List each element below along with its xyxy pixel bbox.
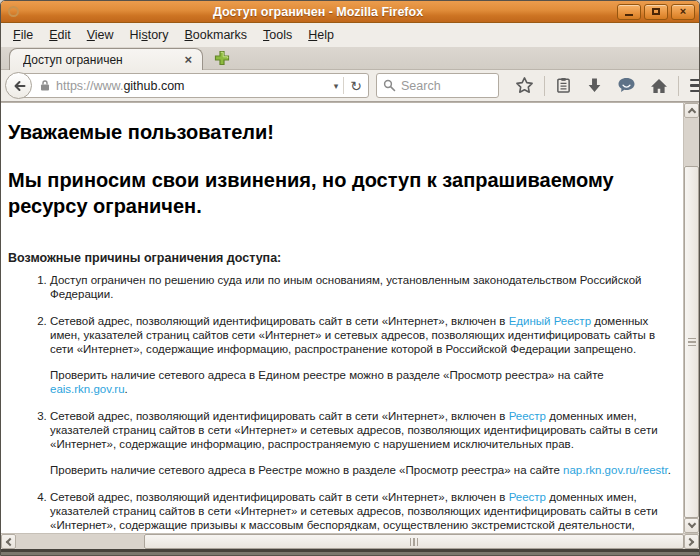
navigation-toolbar: https://www.github.com ▾ ↻ Search <box>1 70 699 102</box>
reason-item: Сетевой адрес, позволяющий идентифициров… <box>50 409 677 477</box>
reason-note: Проверить наличие сетевого адреса в Един… <box>50 368 677 396</box>
scroll-up-button[interactable] <box>684 103 699 118</box>
chat-bubble-icon <box>617 77 636 94</box>
menu-hamburger-button[interactable] <box>682 79 700 93</box>
window-menu-icon[interactable] <box>8 6 19 17</box>
hello-button[interactable] <box>610 77 643 94</box>
url-dropdown-icon[interactable]: ▾ <box>329 81 344 91</box>
search-placeholder: Search <box>401 79 441 93</box>
search-input[interactable]: Search <box>376 73 499 98</box>
nap-rkn-link[interactable]: nap.rkn.gov.ru/reestr <box>563 464 668 476</box>
reason-item: Доступ ограничен по решению суда или по … <box>50 273 677 301</box>
reason-text: Доступ ограничен по решению суда или по … <box>50 273 677 301</box>
reestr-link-2[interactable]: Реестр <box>509 491 546 503</box>
downloads-button[interactable] <box>579 77 610 94</box>
close-button[interactable]: × <box>671 4 695 20</box>
url-text[interactable]: https://www.github.com <box>56 79 329 93</box>
reasons-list: Доступ ограничен по решению суда или по … <box>8 273 677 533</box>
page-subheading: Мы приносим свои извинения, но доступ к … <box>8 167 680 219</box>
reasons-title: Возможные причины ограничения доступа: <box>8 251 677 265</box>
reason-item: Сетевой адрес, позволяющий идентифициров… <box>50 490 677 533</box>
chevron-left-icon <box>6 537 14 545</box>
bookmark-star-button[interactable] <box>508 76 541 95</box>
horizontal-scrollbar[interactable] <box>1 533 699 549</box>
maximize-button[interactable] <box>644 4 668 20</box>
reestr-link[interactable]: Реестр <box>509 410 546 422</box>
show-bookmarks-button[interactable] <box>548 77 579 94</box>
menu-tools[interactable]: Tools <box>255 25 300 45</box>
scroll-down-button[interactable] <box>684 518 699 533</box>
url-bar[interactable]: https://www.github.com ▾ ↻ <box>18 73 369 98</box>
eais-rkn-link[interactable]: eais.rkn.gov.ru <box>50 383 125 395</box>
scrollbar-grip <box>688 338 696 347</box>
chevron-up-icon <box>687 108 695 116</box>
titlebar[interactable]: Доступ ограничен - Mozilla Firefox × <box>1 1 699 23</box>
blocked-page: Уважаемые пользователи! Мы приносим свои… <box>1 102 683 533</box>
menu-view[interactable]: View <box>79 25 122 45</box>
vertical-scrollbar[interactable] <box>683 102 699 533</box>
url-domain: github.com <box>123 79 184 93</box>
toolbar-divider <box>544 76 545 96</box>
toolbar-divider <box>678 76 679 96</box>
browser-window: Доступ ограничен - Mozilla Firefox × Fil… <box>0 0 700 556</box>
star-icon <box>515 76 534 95</box>
back-arrow-icon <box>12 79 26 93</box>
reason-text: Сетевой адрес, позволяющий идентифициров… <box>50 314 677 356</box>
tab-access-restricted[interactable]: Доступ ограничен × <box>9 48 203 70</box>
minimize-button[interactable] <box>617 4 641 20</box>
window-title: Доступ ограничен - Mozilla Firefox <box>19 5 617 19</box>
content-area: Уважаемые пользователи! Мы приносим свои… <box>1 102 699 549</box>
home-icon <box>650 78 668 94</box>
horizontal-scrollbar-track[interactable] <box>16 534 144 549</box>
scrollbar-grip <box>410 538 419 546</box>
menu-file[interactable]: File <box>5 25 41 45</box>
vertical-scrollbar-thumb[interactable] <box>684 166 699 518</box>
maximize-icon <box>652 8 660 15</box>
menu-edit[interactable]: Edit <box>41 25 79 45</box>
download-arrow-icon <box>586 77 603 94</box>
back-button[interactable] <box>5 72 32 99</box>
bookmarks-list-icon <box>555 77 572 94</box>
edinyj-reestr-link[interactable]: Единый Реестр <box>509 315 591 327</box>
home-button[interactable] <box>643 78 675 94</box>
reason-text: Сетевой адрес, позволяющий идентифициров… <box>50 409 677 451</box>
reason-item: Сетевой адрес, позволяющий идентифициров… <box>50 314 677 396</box>
tab-title: Доступ ограничен <box>23 53 182 67</box>
window-bottom-border <box>1 549 699 555</box>
menu-help[interactable]: Help <box>300 25 342 45</box>
lock-icon <box>39 79 51 92</box>
hamburger-icon <box>690 79 700 82</box>
search-icon <box>383 79 396 92</box>
menu-bookmarks[interactable]: Bookmarks <box>177 25 256 45</box>
url-scheme: https://www. <box>56 79 123 93</box>
reason-text: Сетевой адрес, позволяющий идентифициров… <box>50 490 677 533</box>
plus-icon <box>213 49 231 67</box>
minimize-icon <box>625 14 633 16</box>
vertical-scrollbar-track[interactable] <box>684 118 699 166</box>
tab-bar: Доступ ограничен × <box>1 47 699 70</box>
page-heading: Уважаемые пользователи! <box>8 119 677 145</box>
chevron-down-icon <box>687 520 695 528</box>
menu-history[interactable]: History <box>122 25 177 45</box>
close-icon: × <box>680 6 686 17</box>
tab-close-icon[interactable]: × <box>182 53 194 66</box>
reason-note: Проверить наличие сетевого адреса в Реес… <box>50 463 677 477</box>
menubar: FileEditViewHistoryBookmarksToolsHelp <box>1 23 699 47</box>
scroll-right-button[interactable] <box>684 534 699 549</box>
reload-icon[interactable]: ↻ <box>344 79 368 93</box>
scroll-left-button[interactable] <box>1 534 16 549</box>
chevron-right-icon <box>686 537 694 545</box>
new-tab-button[interactable] <box>213 49 231 67</box>
horizontal-scrollbar-thumb[interactable] <box>144 534 684 549</box>
